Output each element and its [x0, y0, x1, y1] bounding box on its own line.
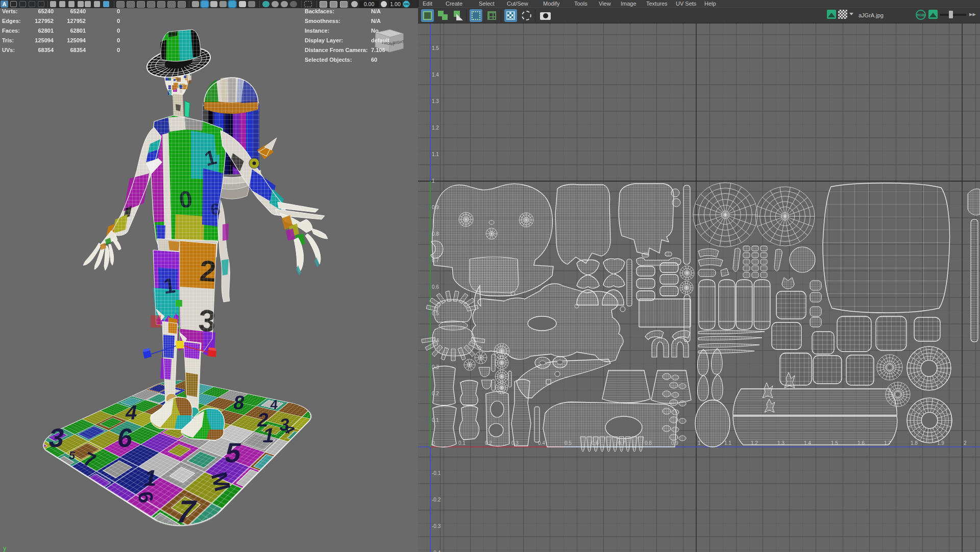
svg-text:-0.3: -0.3	[432, 523, 441, 529]
svg-text:4: 4	[270, 397, 279, 412]
svg-text:0.1: 0.1	[458, 440, 465, 446]
svg-text:1.1: 1.1	[432, 152, 439, 157]
svg-text:0.6: 0.6	[432, 284, 439, 290]
svg-text:1.8: 1.8	[911, 440, 918, 446]
svg-text:5: 5	[222, 438, 244, 468]
svg-text:1.1: 1.1	[724, 440, 731, 446]
svg-text:2: 2	[964, 440, 967, 446]
svg-text:8: 8	[232, 391, 247, 413]
svg-text:3: 3	[47, 423, 67, 453]
svg-text:1.5: 1.5	[432, 45, 439, 51]
svg-text:5: 5	[68, 448, 76, 462]
svg-text:1: 1	[698, 440, 701, 446]
svg-text:6: 6	[116, 423, 135, 453]
svg-text:1: 1	[432, 178, 435, 184]
svg-text:1.3: 1.3	[432, 98, 439, 104]
svg-text:1.2: 1.2	[432, 125, 439, 131]
svg-text:1: 1	[142, 465, 160, 490]
svg-text:7: 7	[172, 493, 201, 529]
svg-text:M: M	[207, 469, 236, 494]
svg-text:6: 6	[134, 490, 158, 505]
svg-text:1.4: 1.4	[432, 72, 439, 78]
svg-text:4: 4	[124, 401, 139, 424]
svg-text:7: 7	[80, 448, 99, 472]
svg-text:-0.1: -0.1	[432, 470, 441, 476]
svg-text:-0.4: -0.4	[432, 550, 441, 552]
svg-text:-0.2: -0.2	[432, 497, 441, 503]
